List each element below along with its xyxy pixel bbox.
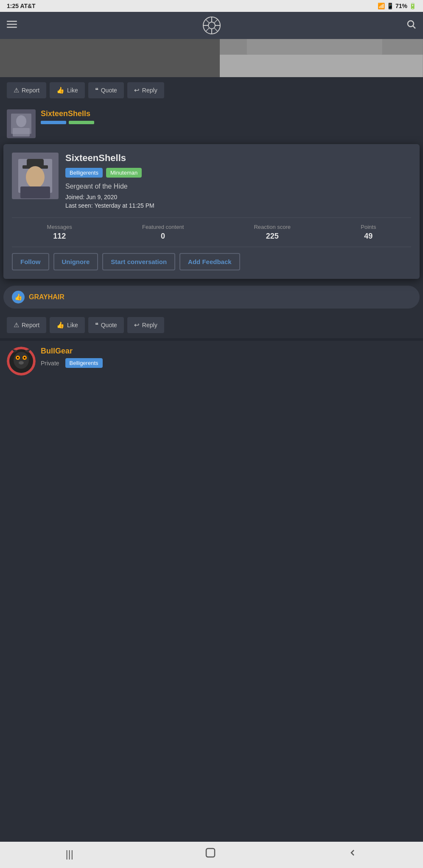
report-button-2[interactable]: ⚠ Report bbox=[7, 317, 46, 333]
popup-actions: Follow Unignore Start conversation Add F… bbox=[12, 253, 411, 270]
reply-icon: ↩ bbox=[134, 86, 140, 94]
svg-point-33 bbox=[14, 352, 29, 369]
svg-rect-24 bbox=[13, 128, 30, 136]
post-1-username[interactable]: SixteenShells bbox=[41, 109, 94, 118]
svg-rect-0 bbox=[7, 21, 17, 22]
user-popup-header: SixteenShells Belligerents Minuteman Ser… bbox=[12, 153, 411, 211]
like-icon: 👍 bbox=[56, 86, 64, 94]
svg-point-16 bbox=[22, 39, 125, 77]
popup-rank: Sergeant of the Hide bbox=[65, 183, 411, 190]
quote-button-2[interactable]: ❝ Quote bbox=[88, 317, 124, 333]
svg-line-9 bbox=[206, 19, 209, 23]
svg-line-14 bbox=[413, 26, 416, 29]
stat-reaction: Reaction score 225 bbox=[254, 224, 291, 241]
user-popup: SixteenShells Belligerents Minuteman Ser… bbox=[3, 144, 420, 279]
svg-rect-15 bbox=[0, 39, 220, 77]
post-2-meta: Private Belligerents bbox=[41, 358, 103, 368]
popup-user-info: SixteenShells Belligerents Minuteman Ser… bbox=[65, 153, 411, 211]
badge-belligerents-2: Belligerents bbox=[65, 358, 103, 368]
search-icon[interactable] bbox=[406, 19, 416, 32]
liked-username[interactable]: GRAYHAIR bbox=[29, 293, 64, 301]
svg-rect-30 bbox=[20, 186, 50, 198]
popup-last-seen: Last seen: Yesterday at 11:25 PM bbox=[65, 202, 411, 209]
svg-rect-19 bbox=[220, 55, 423, 77]
post-2-username[interactable]: BullGear bbox=[41, 347, 103, 356]
svg-line-10 bbox=[214, 28, 218, 31]
thumbs-up-icon: 👍 bbox=[12, 291, 25, 303]
signal-icon: 📱 bbox=[387, 3, 394, 9]
svg-line-12 bbox=[206, 28, 209, 31]
battery-level: 71% bbox=[395, 3, 407, 9]
svg-point-36 bbox=[17, 357, 19, 359]
reply-button-1[interactable]: ↩ Reply bbox=[127, 82, 164, 98]
top-nav bbox=[0, 12, 423, 39]
popup-divider bbox=[12, 247, 411, 247]
post-2-avatar bbox=[7, 347, 36, 376]
svg-point-38 bbox=[19, 361, 24, 364]
hamburger-icon[interactable] bbox=[7, 19, 17, 32]
report-icon-2: ⚠ bbox=[14, 321, 19, 329]
status-time: 1:25 AT&T bbox=[7, 3, 36, 9]
popup-joined: Joined: Jun 9, 2020 bbox=[65, 194, 411, 200]
post-1-user-info: SixteenShells bbox=[41, 109, 94, 124]
like-icon-2: 👍 bbox=[56, 321, 64, 329]
popup-username: SixteenShells bbox=[65, 153, 411, 164]
action-bar-1: ⚠ Report 👍 Like ❝ Quote ↩ Reply bbox=[0, 77, 423, 103]
reply-icon-2: ↩ bbox=[134, 321, 140, 329]
svg-rect-17 bbox=[44, 40, 132, 77]
svg-rect-20 bbox=[247, 39, 382, 55]
like-button-1[interactable]: 👍 Like bbox=[50, 82, 85, 98]
stat-points: Points 49 bbox=[361, 224, 376, 241]
unignore-button[interactable]: Unignore bbox=[53, 253, 98, 270]
quote-button-1[interactable]: ❝ Quote bbox=[88, 82, 124, 98]
badge-minuteman: Minuteman bbox=[106, 168, 142, 178]
action-bar-2: ⚠ Report 👍 Like ❝ Quote ↩ Reply bbox=[0, 312, 423, 338]
user-bars bbox=[41, 121, 94, 124]
post-2-section: BullGear Private Belligerents bbox=[0, 341, 423, 381]
popup-avatar bbox=[12, 153, 59, 199]
report-button-1[interactable]: ⚠ Report bbox=[7, 82, 46, 98]
svg-point-23 bbox=[16, 115, 26, 127]
post-1-section: SixteenShells bbox=[0, 103, 423, 144]
badge-belligerents: Belligerents bbox=[65, 168, 103, 178]
report-icon: ⚠ bbox=[14, 86, 19, 94]
hero-images bbox=[0, 39, 423, 77]
private-label: Private bbox=[41, 360, 59, 367]
svg-rect-2 bbox=[7, 27, 17, 28]
site-logo bbox=[202, 16, 221, 35]
bottom-spacer bbox=[0, 381, 423, 411]
svg-point-29 bbox=[26, 166, 45, 188]
svg-point-37 bbox=[24, 357, 25, 359]
start-conversation-button[interactable]: Start conversation bbox=[102, 253, 175, 270]
bar-blue bbox=[41, 121, 66, 124]
like-button-2[interactable]: 👍 Like bbox=[50, 317, 85, 333]
stats-row: Messages 112 Featured content 0 Reaction… bbox=[12, 217, 411, 241]
bar-green bbox=[69, 121, 94, 124]
popup-badges: Belligerents Minuteman bbox=[65, 168, 411, 178]
stat-messages: Messages 112 bbox=[47, 224, 72, 241]
follow-button[interactable]: Follow bbox=[12, 253, 49, 270]
wifi-icon: 📶 bbox=[378, 3, 385, 9]
svg-line-11 bbox=[214, 19, 218, 23]
liked-bar: 👍 GRAYHAIR bbox=[3, 286, 420, 309]
hero-image-left bbox=[0, 39, 220, 77]
svg-rect-1 bbox=[7, 24, 17, 25]
post-2-user-info: BullGear Private Belligerents bbox=[41, 347, 103, 368]
quote-icon-2: ❝ bbox=[95, 321, 98, 329]
svg-point-13 bbox=[408, 21, 414, 27]
add-feedback-button[interactable]: Add Feedback bbox=[179, 253, 240, 270]
reply-button-2[interactable]: ↩ Reply bbox=[127, 317, 164, 333]
hero-image-right bbox=[220, 39, 423, 77]
svg-point-4 bbox=[208, 22, 215, 29]
post-1-avatar bbox=[7, 109, 36, 138]
signal-icons: 📶 📱 71% 🔋 bbox=[378, 3, 416, 9]
status-bar: 1:25 AT&T 📶 📱 71% 🔋 bbox=[0, 0, 423, 12]
quote-icon: ❝ bbox=[95, 86, 98, 94]
battery-icon: 🔋 bbox=[409, 3, 416, 9]
stat-featured: Featured content 0 bbox=[142, 224, 184, 241]
